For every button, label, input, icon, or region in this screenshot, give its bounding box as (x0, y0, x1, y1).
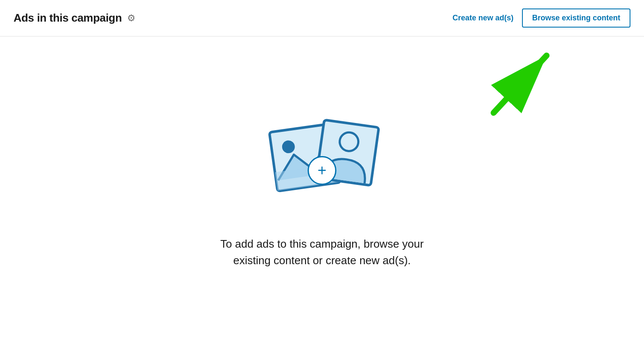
header: Ads in this campaign ⚙ Create new ad(s) … (0, 0, 644, 36)
svg-line-1 (494, 56, 547, 113)
page-container: Ads in this campaign ⚙ Create new ad(s) … (0, 0, 644, 349)
create-new-ads-link[interactable]: Create new ad(s) (452, 14, 514, 22)
ads-illustration: + (254, 117, 390, 215)
header-left: Ads in this campaign ⚙ (14, 11, 136, 25)
plus-circle-icon: + (308, 156, 336, 185)
main-content: + To add ads to this campaign, browse yo… (0, 36, 644, 349)
header-right: Create new ad(s) Browse existing content (452, 8, 630, 28)
green-arrow-annotation (481, 45, 566, 130)
browse-existing-content-button[interactable]: Browse existing content (522, 8, 630, 28)
empty-state-description: To add ads to this campaign, browse your… (203, 236, 441, 269)
page-title: Ads in this campaign (14, 11, 122, 25)
ad-icon-container: + (254, 117, 390, 215)
gear-icon[interactable]: ⚙ (127, 13, 136, 24)
plus-symbol: + (317, 163, 326, 178)
